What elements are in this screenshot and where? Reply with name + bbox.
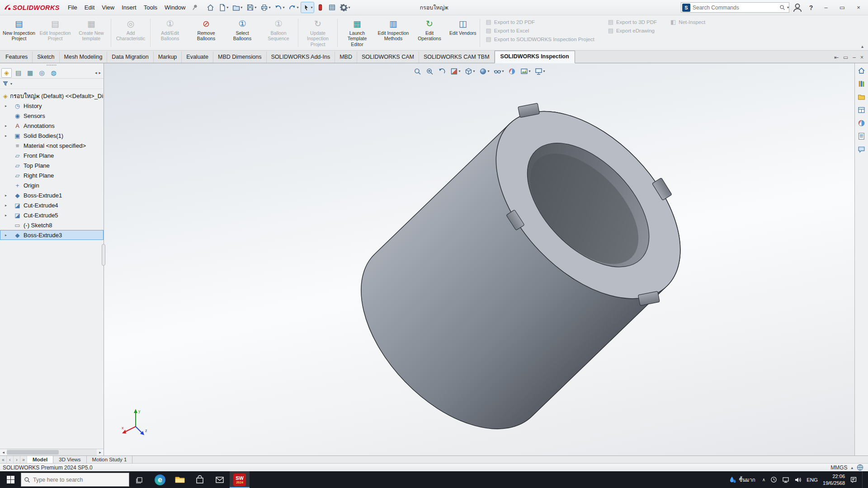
menu-insert[interactable]: Insert <box>118 0 140 15</box>
rebuild-indicator-icon[interactable] <box>315 2 326 13</box>
task-view-icon[interactable] <box>129 471 150 488</box>
restore-window-icon[interactable]: ▭ <box>835 2 849 14</box>
tab-sketch[interactable]: Sketch <box>33 52 59 63</box>
expand-arrow-icon[interactable]: ▸ <box>5 233 7 237</box>
dimxpertmanager-tab[interactable]: ◎ <box>37 68 47 78</box>
tree-item-origin[interactable]: +Origin <box>0 180 104 190</box>
help-icon[interactable]: ? <box>806 2 816 13</box>
expand-arrow-icon[interactable]: ▸ <box>5 213 7 217</box>
pane-close-icon[interactable]: × <box>860 54 863 61</box>
hidden-icons-chevron[interactable]: ∧ <box>762 477 765 482</box>
expand-arrow-icon[interactable]: ▸ <box>5 193 7 197</box>
tree-item-annotations[interactable]: ▸AAnnotations <box>0 121 104 131</box>
edit-appearance-icon[interactable] <box>507 66 518 77</box>
select-tool-icon[interactable]: ▾ <box>301 2 314 13</box>
tab-mbd[interactable]: MBD <box>335 52 357 63</box>
propertymanager-tab[interactable]: ▤ <box>13 68 24 78</box>
minimize-window-icon[interactable]: – <box>819 2 833 14</box>
tab-mesh-modeling[interactable]: Mesh Modeling <box>60 52 108 63</box>
expand-arrow-icon[interactable]: ▸ <box>5 134 7 138</box>
menu-view[interactable]: View <box>98 0 118 15</box>
home-icon[interactable] <box>205 2 216 13</box>
configurationmanager-tab[interactable]: ▦ <box>25 68 35 78</box>
tree-item-boss-extrude3[interactable]: ▸◆Boss-Extrude3 <box>0 230 104 240</box>
edit-vendors-button[interactable]: ◫Edit Vendors <box>448 16 478 49</box>
expand-arrow-icon[interactable]: ▸ <box>5 124 7 128</box>
chevron-down-icon[interactable]: ▾ <box>543 69 545 73</box>
scrollbar-track[interactable] <box>7 449 97 455</box>
tree-item-top-plane[interactable]: ▱Top Plane <box>0 160 104 170</box>
3d-model[interactable] <box>104 63 854 455</box>
mail-taskbar-icon[interactable] <box>210 471 230 488</box>
displaymanager-tab[interactable]: ◍ <box>48 68 59 78</box>
expand-arrow-icon[interactable]: ▸ <box>5 203 7 207</box>
store-taskbar-icon[interactable] <box>190 471 210 488</box>
scrollbar-thumb[interactable] <box>7 450 59 455</box>
options-gear-icon[interactable]: ▾ <box>338 2 352 13</box>
save-icon[interactable]: ▾ <box>245 2 258 13</box>
chevron-down-icon[interactable]: ▾ <box>269 5 270 9</box>
taskbar-search-box[interactable] <box>21 473 129 487</box>
search-commands-input[interactable] <box>691 5 778 11</box>
display-style-icon[interactable]: ▾ <box>477 66 491 77</box>
scroll-left-icon[interactable]: ◂ <box>0 450 7 455</box>
export-to-solidworks-inspection-project-button[interactable]: ▤Export to SOLIDWORKS Inspection Project <box>486 36 594 42</box>
menu-window[interactable]: Window <box>161 0 189 15</box>
tab-3d-views[interactable]: 3D Views <box>53 456 86 463</box>
chevron-down-icon[interactable]: ▾ <box>226 5 228 9</box>
next-tab-nav-icon[interactable]: › <box>14 456 20 463</box>
tree-item-sketch8[interactable]: ▭(-) Sketch8 <box>0 220 104 230</box>
tags-globe-icon[interactable] <box>857 464 863 471</box>
chevron-down-icon[interactable]: ▾ <box>529 69 531 73</box>
tab-model[interactable]: Model <box>27 456 53 463</box>
edit-inspection-methods-button[interactable]: ▥Edit Inspection Methods <box>375 16 411 49</box>
tree-item-cut-extrude4[interactable]: ▸◪Cut-Extrude4 <box>0 200 104 210</box>
zoom-to-fit-icon[interactable] <box>412 66 423 77</box>
chevron-down-icon[interactable]: ▾ <box>297 5 298 9</box>
panel-tabs-scroll-right-icon[interactable]: ▸ <box>99 70 101 75</box>
chevron-down-icon[interactable]: ▾ <box>473 69 475 73</box>
tab-markup[interactable]: Markup <box>154 52 182 63</box>
net-inspect-button[interactable]: ◧Net-Inspect <box>670 19 705 25</box>
custom-properties-icon[interactable] <box>856 131 867 141</box>
update-inspection-project-button[interactable]: ↻Update Inspection Project <box>300 16 336 49</box>
edit-operations-button[interactable]: ↻Edit Operations <box>411 16 448 49</box>
pane-restore-icon[interactable]: ▭ <box>843 54 848 61</box>
collapse-ribbon-icon[interactable]: ▴ <box>861 44 863 49</box>
user-account-icon[interactable] <box>792 2 803 13</box>
export-to-3d-pdf-button[interactable]: ▤Export to 3D PDF <box>608 19 657 25</box>
clock-widget[interactable]: 22:06 19/6/2568 <box>823 473 845 486</box>
language-indicator[interactable]: ENG <box>807 477 818 483</box>
solidworks-resources-icon[interactable] <box>856 65 867 76</box>
previous-view-icon[interactable] <box>436 66 447 77</box>
taskbar-search-input[interactable] <box>33 477 126 483</box>
tree-item-cut-extrude5[interactable]: ▸◪Cut-Extrude5 <box>0 210 104 220</box>
export-edrawing-button[interactable]: ▤Export eDrawing <box>608 28 657 33</box>
design-library-icon[interactable] <box>856 78 867 89</box>
tab-evaluate[interactable]: Evaluate <box>182 52 213 63</box>
appearances-scenes-icon[interactable] <box>856 117 867 128</box>
tab-solidworks-cam-tbm[interactable]: SOLIDWORKS CAM TBM <box>419 52 495 63</box>
export-to-excel-button[interactable]: ▤Export to Excel <box>486 28 594 33</box>
menu-tools[interactable]: Tools <box>140 0 161 15</box>
remove-balloons-button[interactable]: ⊘Remove Balloons <box>188 16 224 49</box>
tree-item-front-plane[interactable]: ▱Front Plane <box>0 150 104 160</box>
chevron-down-icon[interactable]: ▾ <box>241 5 242 9</box>
file-explorer-icon[interactable] <box>856 91 867 102</box>
new-document-icon[interactable]: ▾ <box>217 2 230 13</box>
new-inspection-project-button[interactable]: ▤New Inspection Project <box>1 16 37 49</box>
menu-file[interactable]: File <box>64 0 81 15</box>
panel-grip[interactable]: •••••• <box>0 63 104 67</box>
scroll-right-icon[interactable]: ▸ <box>97 450 104 455</box>
units-chevron-icon[interactable]: ▴ <box>851 465 853 470</box>
command-search-box[interactable]: S ▾ <box>681 2 789 13</box>
units-selector[interactable]: MMGS <box>830 465 847 471</box>
view-settings-icon[interactable]: ▾ <box>533 66 547 77</box>
pin-menu-icon[interactable] <box>189 2 200 13</box>
print-icon[interactable]: ▾ <box>259 2 272 13</box>
tab-solidworks-inspection[interactable]: SOLIDWORKS Inspection <box>495 51 575 63</box>
tree-item-solid-bodies[interactable]: ▸▣Solid Bodies(1) <box>0 131 104 141</box>
add-edit-balloons-button[interactable]: ①Add/Edit Balloons <box>152 16 188 49</box>
panel-splitter-handle[interactable] <box>102 244 105 266</box>
forum-icon[interactable] <box>856 144 867 155</box>
